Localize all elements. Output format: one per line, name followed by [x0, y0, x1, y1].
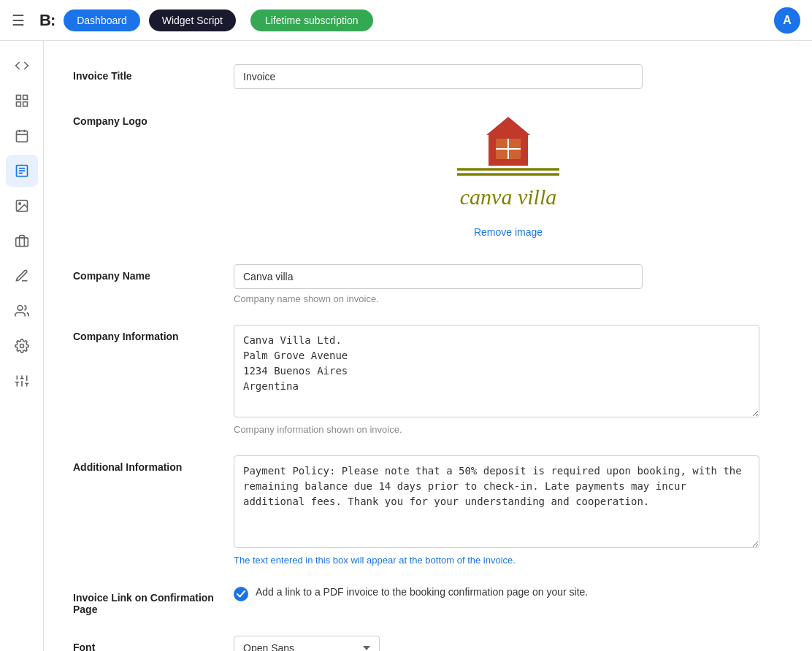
invoice-title-input[interactable]: [234, 64, 643, 89]
hamburger-menu-icon[interactable]: ☰: [12, 12, 25, 29]
top-nav: ☰ B: Dashboard Widget Script Lifetime su…: [0, 0, 812, 41]
invoice-link-control: Add a link to a PDF invoice to the booki…: [234, 586, 783, 601]
logo-container: canva villa Remove image: [234, 109, 783, 238]
additional-info-label: Additional Information: [73, 455, 234, 473]
sidebar: [0, 41, 44, 651]
invoice-title-control: [234, 64, 783, 89]
company-info-label: Company Information: [73, 325, 234, 342]
svg-point-16: [20, 344, 23, 348]
sidebar-item-grid[interactable]: [6, 85, 38, 117]
company-info-control: Canva Villa Ltd. Palm Grove Avenue 1234 …: [234, 325, 783, 435]
sidebar-item-image[interactable]: [6, 190, 38, 222]
svg-rect-1: [23, 96, 27, 100]
svg-point-15: [18, 306, 23, 311]
font-select[interactable]: Open Sans Roboto Lato Montserrat Arial: [234, 636, 380, 651]
dashboard-button[interactable]: Dashboard: [64, 9, 140, 31]
main-content: Invoice Title Company Logo: [44, 41, 812, 651]
sidebar-item-settings[interactable]: [6, 330, 38, 362]
company-name-row: Company Name Company name shown on invoi…: [73, 264, 783, 304]
company-name-hint: Company name shown on invoice.: [234, 293, 783, 304]
lifetime-subscription-button[interactable]: Lifetime subscription: [250, 9, 373, 31]
remove-image-link[interactable]: Remove image: [474, 226, 543, 238]
invoice-link-checkbox-row: Add a link to a PDF invoice to the booki…: [234, 586, 783, 601]
company-logo-control: canva villa Remove image: [234, 109, 783, 244]
font-label: Font: [73, 636, 234, 651]
svg-rect-4: [16, 131, 27, 142]
company-logo-image: canva villa: [413, 109, 603, 226]
svg-marker-26: [486, 117, 530, 135]
font-control: Open Sans Roboto Lato Montserrat Arial F…: [234, 636, 783, 651]
sidebar-item-code[interactable]: [6, 50, 38, 82]
sidebar-item-pen[interactable]: [6, 260, 38, 292]
avatar[interactable]: A: [774, 7, 800, 34]
font-row: Font Open Sans Roboto Lato Montserrat Ar…: [73, 636, 783, 651]
company-info-row: Company Information Canva Villa Ltd. Pal…: [73, 325, 783, 435]
sidebar-item-briefcase[interactable]: [6, 225, 38, 257]
invoice-title-row: Invoice Title: [73, 64, 783, 89]
invoice-link-row: Invoice Link on Confirmation Page Add a …: [73, 586, 783, 615]
invoice-link-label: Invoice Link on Confirmation Page: [73, 586, 234, 615]
additional-info-textarea[interactable]: Payment Policy: Please note that a 50% d…: [234, 455, 759, 548]
invoice-link-checkbox-label: Add a link to a PDF invoice to the booki…: [256, 586, 588, 598]
sidebar-item-calendar[interactable]: [6, 120, 38, 152]
sidebar-item-sliders[interactable]: [6, 365, 38, 397]
svg-text:canva villa: canva villa: [460, 185, 556, 209]
sidebar-item-invoice[interactable]: [6, 155, 38, 187]
svg-rect-0: [16, 96, 20, 100]
additional-info-row: Additional Information Payment Policy: P…: [73, 455, 783, 566]
svg-rect-3: [23, 102, 27, 107]
sidebar-item-users[interactable]: [6, 295, 38, 327]
company-name-label: Company Name: [73, 264, 234, 282]
company-name-input[interactable]: [234, 264, 643, 289]
svg-rect-2: [16, 102, 20, 107]
svg-point-13: [18, 203, 20, 205]
invoice-link-checkbox[interactable]: [234, 587, 248, 601]
topnav-left: ☰ B: Dashboard Widget Script Lifetime su…: [12, 9, 774, 31]
topnav-right: A: [774, 7, 800, 34]
company-info-textarea[interactable]: Canva Villa Ltd. Palm Grove Avenue 1234 …: [234, 325, 759, 417]
invoice-title-label: Invoice Title: [73, 64, 234, 82]
widget-script-button[interactable]: Widget Script: [149, 9, 236, 31]
brand-logo: B:: [39, 11, 55, 30]
company-name-control: Company name shown on invoice.: [234, 264, 783, 304]
company-logo-row: Company Logo canva villa: [73, 109, 783, 244]
svg-rect-14: [15, 238, 28, 247]
additional-info-control: Payment Policy: Please note that a 50% d…: [234, 455, 783, 566]
company-info-hint: Company information shown on invoice.: [234, 424, 783, 435]
additional-info-hint: The text entered in this box will appear…: [234, 555, 783, 566]
company-logo-label: Company Logo: [73, 109, 234, 127]
